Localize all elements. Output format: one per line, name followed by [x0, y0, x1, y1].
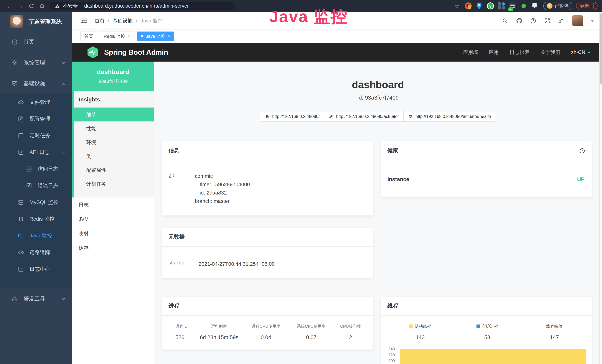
sba-menu-scheduled-tasks[interactable]: 计划任务 [74, 177, 154, 191]
process-column-header: 系统CPU使用率 [289, 324, 334, 329]
extension-icon-green-circle[interactable]: y [487, 2, 494, 10]
sidebar-item-error-logs[interactable]: 错误日志 [0, 177, 72, 194]
endpoint-url: http://192.168.0.2:48080/actuator/health [416, 114, 491, 119]
address-bar[interactable]: 不安全 dashboard.yudao.iocoder.cn/infra/adm… [50, 2, 235, 10]
tab-redis-monitor[interactable]: Redis 监控 × [100, 32, 134, 41]
tab-java-monitor[interactable]: Java 监控 × [137, 32, 174, 41]
process-column-header: CPU核心数 [334, 324, 367, 329]
sidebar-item-home[interactable]: 首页 [0, 32, 72, 52]
tab-close-icon[interactable]: × [168, 34, 170, 39]
cloud-upload-icon [18, 99, 24, 105]
sba-menu-jvm[interactable]: JVM [72, 212, 154, 226]
sidebar-item-access-logs[interactable]: 访问日志 [0, 161, 72, 177]
sba-menu-environment[interactable]: 环境 [74, 135, 154, 149]
chevron-up-icon [62, 83, 65, 86]
security-label: 不安全 [63, 3, 78, 9]
app-logo[interactable]: 芋道管理系统 [0, 12, 72, 32]
health-card: 健康 Instance UP [381, 141, 592, 197]
extension-icon-orange-ring[interactable] [465, 2, 472, 10]
sidebar-item-system[interactable]: 系统管理 [0, 52, 72, 73]
sidebar-item-scheduled-jobs[interactable]: 定时任务 [0, 127, 72, 144]
legend-label: 线程峰值 [546, 324, 562, 329]
info-value-line: id: 27aa832 [195, 189, 250, 197]
sidebar-item-config-management[interactable]: 配置管理 [0, 110, 72, 127]
extension-icon-list[interactable]: on [509, 2, 516, 10]
user-avatar[interactable] [572, 15, 583, 26]
health-status-badge: UP [577, 176, 585, 182]
sidebar-item-log-center[interactable]: 日志中心 [0, 261, 72, 278]
history-icon[interactable] [579, 147, 585, 154]
sidebar-collapse-icon[interactable] [80, 17, 88, 24]
scrollbar-thumb[interactable] [600, 13, 602, 84]
sidebar-item-label: Java 监控 [30, 232, 52, 239]
sba-nav-wallboard[interactable]: 应用墙 [463, 49, 478, 56]
breadcrumb-item[interactable]: 首页 [95, 17, 105, 24]
user-menu-caret-icon[interactable] [591, 20, 594, 23]
sba-nav-applications[interactable]: 应用 [489, 49, 499, 56]
sba-menu-label: 配置属性 [86, 167, 106, 173]
paused-label: 已暂停 [555, 3, 569, 9]
extension-icon-puzzle[interactable] [531, 2, 538, 10]
sba-language-select[interactable]: zh-CN [571, 50, 590, 55]
sidebar-item-file-management[interactable]: 文件管理 [0, 94, 72, 110]
sba-menu-classes[interactable]: 类 [74, 149, 154, 163]
chevron-down-icon [62, 297, 65, 300]
process-column-header: 进程CPU使用率 [243, 324, 289, 329]
legend-swatch-active-threads [409, 324, 413, 328]
tab-close-icon[interactable]: × [128, 34, 130, 39]
sidebar-item-tracing[interactable]: 链路追踪 [0, 244, 72, 261]
y-tick-label: 120 [389, 353, 395, 357]
tab-label: Java 监控 [146, 33, 165, 39]
sba-nav-journal[interactable]: 日志报表 [509, 49, 529, 56]
browser-home-icon[interactable] [37, 3, 47, 9]
update-button[interactable]: 更新 [576, 2, 598, 10]
endpoint-service-url-button[interactable]: http://192.168.0.2:48080/ [260, 111, 324, 122]
sba-menu-caches[interactable]: 缓存 [72, 241, 154, 255]
sidebar-item-label: MySQL 监控 [30, 199, 58, 206]
browser-back-icon[interactable]: ← [4, 2, 15, 10]
chevron-up-icon [62, 151, 65, 154]
sidebar-item-java-monitor[interactable]: Java 监控 [0, 227, 72, 244]
profile-paused-badge[interactable]: 已暂停 [543, 2, 572, 10]
health-instance-label: Instance [387, 176, 409, 182]
extension-icon-leaf[interactable] [520, 2, 527, 10]
sba-menu-mappings[interactable]: 映射 [72, 226, 154, 241]
sba-nav-about[interactable]: 关于我们 [540, 49, 560, 56]
sidebar-item-mysql-monitor[interactable]: MySQL 监控 [0, 194, 72, 211]
legend-label: 活动线程 [415, 324, 431, 329]
search-icon[interactable] [502, 18, 508, 24]
sba-sidebar: dashboard 93a3fc7f7409 Insights 细节 性能 环境 [72, 62, 154, 364]
sba-menu-label: 计划任务 [86, 181, 106, 187]
sba-menu-config-props[interactable]: 配置属性 [74, 163, 154, 177]
sba-instance-header[interactable]: dashboard 93a3fc7f7409 [72, 62, 154, 91]
sba-nav: 应用墙 应用 日志报表 关于我们 zh-CN [463, 49, 590, 56]
endpoint-actuator-button[interactable]: http://192.168.0.2:48080/actuator [324, 111, 404, 122]
sidebar-item-redis-monitor[interactable]: Redis 监控 [0, 211, 72, 227]
bookmark-star-icon[interactable]: ☆ [454, 2, 460, 10]
chevron-down-icon [588, 50, 591, 54]
extension-icon-blue-pin[interactable] [476, 2, 483, 10]
extension-icon-grid[interactable] [498, 2, 505, 10]
sba-menu-details[interactable]: 细节 [74, 107, 154, 121]
tab-home[interactable]: 首页 [80, 32, 97, 41]
help-icon[interactable] [530, 18, 536, 24]
sidebar-item-dev-tools[interactable]: 研发工具 [0, 289, 72, 309]
breadcrumb-item[interactable]: 基础设施 [113, 17, 133, 24]
fullscreen-icon[interactable] [544, 18, 550, 24]
daemon-threads-value: 53 [454, 334, 521, 341]
sba-menu-logs[interactable]: 日志 [72, 197, 154, 212]
endpoint-health-button[interactable]: http://192.168.0.2:48080/actuator/health [403, 111, 496, 122]
extension-on-badge: on [508, 7, 513, 11]
browser-reload-icon[interactable] [26, 3, 37, 9]
sidebar-item-api-logs[interactable]: API 日志 [0, 144, 72, 161]
browser-forward-icon[interactable]: → [15, 2, 26, 10]
sidebar-item-infrastructure[interactable]: 基础设施 [0, 73, 72, 94]
tab-active-dot [141, 35, 143, 37]
sba-menu-metrics[interactable]: 性能 [74, 121, 154, 135]
github-icon[interactable] [516, 18, 522, 24]
page-scrollbar[interactable] [599, 12, 602, 364]
browser-menu-icon[interactable] [593, 3, 594, 9]
sba-menu-label: 性能 [86, 125, 96, 132]
font-size-icon[interactable] [558, 18, 565, 24]
info-value-line: branch: master [195, 197, 250, 205]
